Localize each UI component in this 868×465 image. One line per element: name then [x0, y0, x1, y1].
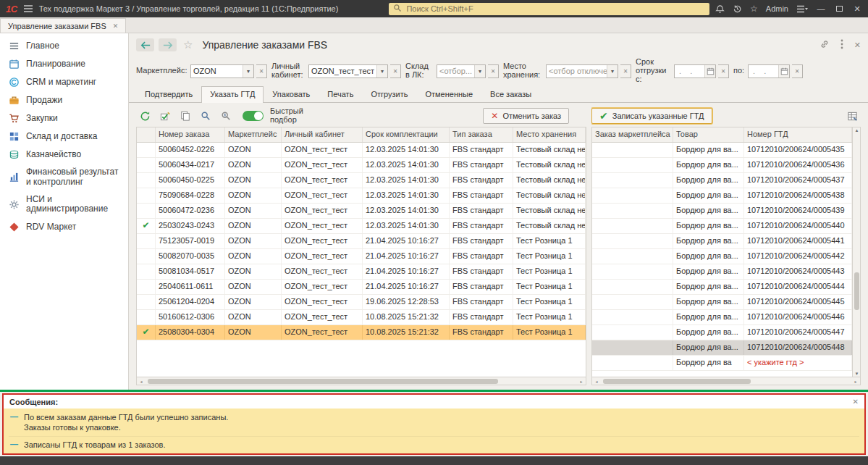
- command-tab-2[interactable]: Упаковать: [264, 86, 319, 102]
- command-tab-5[interactable]: Отмененные: [416, 86, 481, 102]
- current-user[interactable]: Admin: [766, 4, 788, 13]
- scrollbar-thumb[interactable]: [148, 379, 498, 384]
- gtd-header-2[interactable]: Номер ГТД: [744, 127, 852, 142]
- gtd-row[interactable]: Бордюр для ва...10712010/200624/0005440: [592, 219, 860, 234]
- gtd-row[interactable]: Бордюр для ва...10712010/200624/0005444: [592, 280, 860, 295]
- filter-ship-to-input[interactable]: . .: [748, 64, 790, 78]
- sidebar-item-warehouse[interactable]: Склад и доставка: [0, 127, 128, 146]
- clear-filter-icon[interactable]: ✕: [256, 64, 267, 78]
- gtd-row[interactable]: Бордюр для ва...10712010/200624/0005442: [592, 249, 860, 264]
- gtd-row[interactable]: Бордюр для ва...10712010/200624/0005435: [592, 143, 860, 158]
- main-menu-icon[interactable]: [23, 4, 33, 13]
- global-search-input[interactable]: Поиск Ctrl+Shift+F: [389, 3, 709, 15]
- scroll-right-icon[interactable]: ▸: [851, 379, 860, 384]
- gtd-row[interactable]: Бордюр для ва...10712010/200624/0005443: [592, 264, 860, 280]
- horizontal-scrollbar[interactable]: ◂▸: [592, 377, 860, 385]
- order-row[interactable]: 50060450-0225OZONOZON_тест_тест12.03.202…: [137, 173, 586, 188]
- refresh-icon[interactable]: [136, 108, 153, 124]
- favorite-form-star-icon[interactable]: ☆: [183, 38, 193, 51]
- copy-icon[interactable]: [177, 108, 194, 124]
- scrollbar-thumb[interactable]: [854, 272, 859, 310]
- horizontal-scrollbar[interactable]: ◂▸: [137, 377, 586, 385]
- order-row[interactable]: 75123057-0019OZONOZON_тест_тест21.04.202…: [137, 234, 586, 249]
- order-row[interactable]: 50060434-0217OZONOZON_тест_тест12.03.202…: [137, 158, 586, 173]
- gtd-row[interactable]: Бордюр для ва...10712010/200624/0005438: [592, 188, 860, 204]
- clear-filter-icon[interactable]: ✕: [390, 64, 401, 78]
- scroll-up-icon[interactable]: ▲: [853, 128, 861, 133]
- order-row[interactable]: 75090684-0228OZONOZON_тест_тест12.03.202…: [137, 188, 586, 204]
- set-marks-icon[interactable]: [156, 108, 174, 124]
- gtd-row[interactable]: Бордюр для ва...10712010/200624/0005446: [592, 310, 860, 325]
- message-item[interactable]: —Записаны ГТД к товарам из 1 заказов.: [9, 437, 859, 453]
- sidebar-item-crm[interactable]: CRM и маркетинг: [0, 73, 128, 91]
- order-row[interactable]: ✔25080304-0304OZONOZON_тест_тест10.08.20…: [137, 325, 586, 340]
- command-tab-0[interactable]: Подтвердить: [136, 86, 201, 102]
- gtd-row[interactable]: Бордюр для ва...10712010/200624/0005437: [592, 173, 860, 188]
- write-gtd-button[interactable]: ✔ Записать указанные ГТД: [591, 108, 712, 124]
- scroll-right-icon[interactable]: ▸: [577, 379, 586, 384]
- forward-button[interactable]: [159, 38, 177, 51]
- scroll-left-icon[interactable]: ◂: [137, 379, 146, 384]
- get-link-icon[interactable]: [819, 39, 830, 51]
- order-row[interactable]: 50060452-0226OZONOZON_тест_тест12.03.202…: [137, 143, 586, 158]
- orders-header-1[interactable]: Маркетплейс: [225, 127, 282, 142]
- message-item[interactable]: —По всем заказам данные ГТД были успешно…: [9, 409, 859, 437]
- close-messages-icon[interactable]: ✕: [853, 398, 859, 406]
- notifications-bell-icon[interactable]: [715, 4, 725, 14]
- close-window-button[interactable]: ✕: [852, 4, 862, 14]
- more-actions-icon[interactable]: [840, 39, 843, 51]
- sidebar-item-sales[interactable]: Продажи: [0, 91, 128, 109]
- command-tab-4[interactable]: Отгрузить: [362, 86, 416, 102]
- filter-storage-input[interactable]: <отбор отключен>▾: [546, 64, 618, 78]
- orders-header-4[interactable]: Тип заказа: [450, 127, 513, 142]
- sidebar-item-purchases[interactable]: Закупки: [0, 109, 128, 127]
- favorites-star-icon[interactable]: ☆: [750, 4, 758, 14]
- filter-ship-from-input[interactable]: . .: [674, 64, 716, 78]
- clear-filter-icon[interactable]: ✕: [620, 64, 631, 78]
- quick-pick-toggle[interactable]: [243, 111, 264, 121]
- scroll-left-icon[interactable]: ◂: [592, 379, 601, 384]
- sidebar-item-planning[interactable]: Планирование: [0, 55, 128, 73]
- restore-button[interactable]: [834, 6, 844, 12]
- filter-account-input[interactable]: OZON_тест_тест▾: [308, 64, 388, 78]
- gtd-header-0[interactable]: Заказ маркетплейса: [592, 127, 673, 142]
- calendar-icon[interactable]: [704, 65, 715, 78]
- clear-filter-icon[interactable]: ✕: [792, 64, 803, 78]
- orders-header-3[interactable]: Срок комплектации: [363, 127, 450, 142]
- gtd-row[interactable]: Бордюр для ва...10712010/200624/0005436: [592, 158, 860, 173]
- scroll-down-icon[interactable]: ▼: [853, 372, 861, 376]
- order-row[interactable]: 50060472-0236OZONOZON_тест_тест12.03.202…: [137, 204, 586, 219]
- orders-header-2[interactable]: Личный кабинет: [282, 127, 363, 142]
- sidebar-item-nsi[interactable]: НСИ и администрирование: [0, 191, 128, 219]
- sidebar-item-finance[interactable]: Финансовый результат и контроллинг: [0, 164, 128, 191]
- service-menu-icon[interactable]: [796, 5, 808, 13]
- search-rows-icon[interactable]: [197, 108, 214, 124]
- scrollbar-thumb[interactable]: [603, 379, 751, 384]
- gtd-row[interactable]: Бордюр для ва...10712010/200624/0005447: [592, 325, 860, 340]
- gtd-row[interactable]: Бордюр для ва< укажите гтд >: [592, 356, 860, 371]
- gtd-row[interactable]: Бордюр для ва...10712010/200624/0005445: [592, 295, 860, 310]
- order-row[interactable]: 50082070-0035OZONOZON_тест_тест21.04.202…: [137, 249, 586, 264]
- clear-filter-icon[interactable]: ✕: [488, 64, 499, 78]
- close-form-icon[interactable]: ✕: [854, 41, 861, 50]
- dropdown-icon[interactable]: ▾: [607, 65, 618, 78]
- clear-filter-icon[interactable]: ✕: [718, 64, 729, 78]
- sidebar-item-rdv-market[interactable]: RDV Маркет: [0, 218, 128, 236]
- minimize-button[interactable]: —: [816, 4, 826, 13]
- orders-header-0[interactable]: Номер заказа: [156, 127, 225, 142]
- workspace-tab-fbs-orders[interactable]: Управление заказами FBS ✕: [0, 18, 126, 33]
- command-tab-3[interactable]: Печать: [319, 86, 362, 102]
- order-row[interactable]: ✔25030243-0243OZONOZON_тест_тест12.03.20…: [137, 219, 586, 234]
- command-tab-6[interactable]: Все заказы: [481, 86, 540, 102]
- dropdown-icon[interactable]: ▾: [474, 65, 485, 78]
- command-tab-1[interactable]: Указать ГТД: [201, 86, 264, 103]
- gtd-row[interactable]: Бордюр для ва...10712010/200624/0005439: [592, 204, 860, 219]
- filter-warehouse-lk-input[interactable]: <отбор...▾: [437, 64, 486, 78]
- history-icon[interactable]: [733, 4, 742, 14]
- dropdown-icon[interactable]: ▾: [243, 65, 253, 78]
- filter-marketplace-input[interactable]: OZON▾: [190, 64, 254, 78]
- sidebar-item-home[interactable]: Главное: [0, 37, 128, 55]
- gtd-row[interactable]: Бордюр для ва...10712010/200624/0005448: [592, 340, 860, 356]
- sidebar-item-treasury[interactable]: Казначейство: [0, 146, 128, 164]
- gtd-header-1[interactable]: Товар: [673, 127, 744, 142]
